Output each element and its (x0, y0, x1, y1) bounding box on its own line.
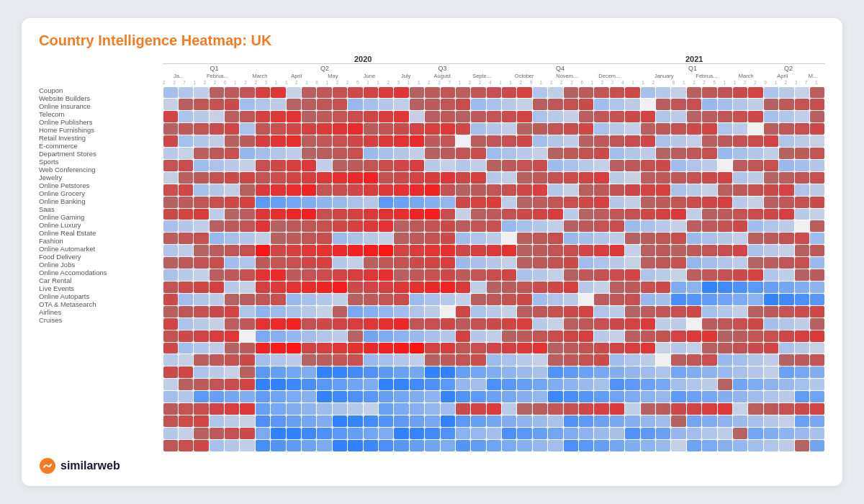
heat-cell (702, 148, 716, 159)
heat-cell (641, 269, 655, 281)
heat-cell (564, 123, 578, 135)
heat-cell (548, 415, 562, 427)
heat-cell (271, 403, 285, 415)
row-label: Online Insurance (39, 102, 163, 110)
heat-cell (487, 184, 501, 196)
heat-cell (641, 160, 655, 171)
heat-cell (379, 172, 393, 184)
heat-cell (594, 440, 608, 451)
heat-cell (502, 123, 516, 135)
heat-cell (718, 440, 732, 451)
heat-cell (410, 209, 424, 220)
heat-cell (795, 172, 809, 184)
heat-cell (656, 184, 670, 196)
heat-cell (287, 220, 301, 232)
heat-row (163, 257, 825, 269)
heat-cell (425, 184, 439, 196)
heat-cell (671, 148, 685, 159)
heat-cell (471, 99, 485, 110)
heat-cell (656, 209, 670, 220)
heat-cell (610, 245, 624, 256)
heat-cell (487, 172, 501, 184)
heat-cell (517, 415, 531, 427)
heat-cell (502, 184, 516, 196)
heat-cell (671, 135, 685, 147)
heat-cell (764, 403, 778, 415)
heat-cell (256, 269, 270, 281)
heat-cell (810, 87, 824, 99)
heat-cell (702, 123, 716, 135)
heat-cell (641, 318, 655, 330)
heat-cell (579, 135, 593, 147)
heat-cell (441, 172, 455, 184)
heat-cell (718, 330, 732, 342)
heat-cell (641, 209, 655, 220)
heat-cell (564, 245, 578, 256)
heat-cell (748, 233, 762, 244)
heat-cell (764, 123, 778, 135)
heat-cell (810, 282, 824, 293)
heat-cell (795, 354, 809, 366)
heat-cell (810, 354, 824, 366)
heat-cell (795, 184, 809, 196)
heat-cell (240, 172, 254, 184)
heat-cell (179, 318, 193, 330)
heat-cell (779, 257, 793, 269)
heat-cell (810, 343, 824, 354)
heat-cell (548, 428, 562, 439)
heat-cell (364, 257, 378, 269)
heat-cell (517, 209, 531, 220)
heat-cell (810, 257, 824, 269)
heat-row (163, 305, 825, 318)
heat-cell (517, 330, 531, 342)
heat-cell (502, 135, 516, 147)
heat-cell (225, 245, 239, 256)
heat-cell (225, 391, 239, 402)
heat-cell (394, 415, 408, 427)
heat-cell (502, 233, 516, 244)
heat-cell (394, 148, 408, 159)
heat-cell (702, 330, 716, 342)
heat-cell (333, 123, 347, 135)
heat-cell (517, 233, 531, 244)
heat-cell (610, 343, 624, 354)
heat-cell (210, 391, 224, 402)
heat-row (163, 159, 825, 171)
heat-cell (610, 184, 624, 196)
heat-cell (456, 440, 470, 451)
heat-cell (533, 440, 547, 451)
heat-cell (271, 135, 285, 147)
heat-cell (256, 354, 270, 366)
heat-cell (610, 135, 624, 147)
heat-cell (379, 184, 393, 196)
heat-cell (564, 87, 578, 99)
heat-cell (256, 123, 270, 135)
heat-cell (471, 184, 485, 196)
heat-cell (456, 148, 470, 159)
heat-cell (702, 318, 716, 330)
heat-cell (425, 148, 439, 159)
heat-cell (441, 343, 455, 354)
heat-cell (487, 282, 501, 293)
heat-cell (687, 306, 701, 318)
heat-cell (610, 282, 624, 293)
heat-cell (533, 294, 547, 305)
heat-cell (579, 87, 593, 99)
heat-cell (810, 160, 824, 171)
heat-cell (240, 245, 254, 256)
heat-cell (225, 294, 239, 305)
heat-cell (364, 87, 378, 99)
heat-cell (517, 366, 531, 378)
heat-cell (163, 354, 178, 366)
heat-cell (764, 87, 778, 99)
heat-cell (425, 428, 439, 439)
heat-cell (487, 135, 501, 147)
heat-cell (517, 306, 531, 318)
heat-cell (194, 306, 208, 318)
heat-cell (441, 220, 455, 232)
heat-cell (163, 148, 178, 159)
heat-cell (810, 184, 824, 196)
heat-cell (456, 160, 470, 171)
heat-cell (394, 282, 408, 293)
heat-cell (333, 233, 347, 244)
